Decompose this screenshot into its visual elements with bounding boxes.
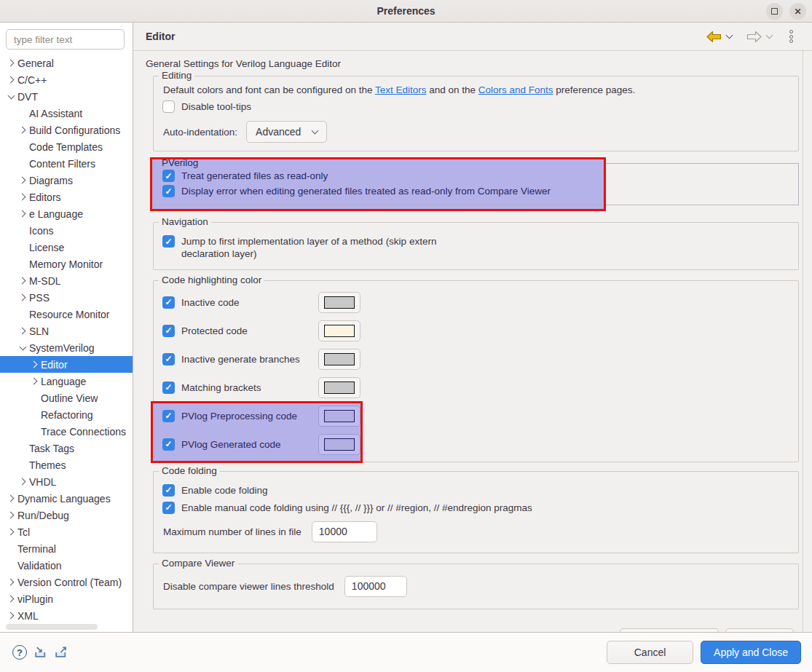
chevron-right-icon[interactable] — [16, 127, 29, 133]
tree-item-validation[interactable]: Validation — [0, 557, 133, 574]
max-lines-input[interactable] — [312, 521, 377, 542]
tree-item-c-c-[interactable]: C/C++ — [0, 71, 133, 88]
tree-item-dvt[interactable]: DVT — [0, 88, 133, 105]
color-swatch-button[interactable] — [318, 349, 360, 370]
checkbox[interactable] — [162, 438, 175, 451]
auto-indentation-dropdown[interactable]: Advanced — [246, 121, 327, 143]
tree-item-editor[interactable]: Editor — [0, 356, 133, 373]
chevron-right-icon[interactable] — [4, 580, 17, 585]
chevron-right-icon[interactable] — [16, 211, 29, 216]
checkbox[interactable] — [162, 185, 175, 197]
tree-item-xml[interactable]: XML — [0, 607, 133, 624]
checkbox[interactable] — [162, 325, 175, 337]
tree-item-systemverilog[interactable]: SystemVerilog — [0, 339, 133, 356]
tree-item-tcl[interactable]: Tcl — [0, 523, 133, 540]
filter-input[interactable] — [6, 29, 125, 50]
tree-item-dynamic-languages[interactable]: Dynamic Languages — [0, 490, 133, 507]
checkbox[interactable] — [162, 502, 175, 514]
tree-item-diagrams[interactable]: Diagrams — [0, 172, 133, 189]
tree-item-themes[interactable]: Themes — [0, 456, 133, 473]
chevron-right-icon[interactable] — [4, 513, 17, 518]
chevron-right-icon[interactable] — [16, 295, 29, 300]
export-preferences-icon[interactable] — [54, 646, 68, 659]
checkbox[interactable] — [162, 484, 175, 497]
chevron-down-icon[interactable] — [4, 95, 17, 98]
apply-and-close-button[interactable]: Apply and Close — [701, 641, 801, 664]
back-history-chevron-icon[interactable] — [726, 31, 733, 39]
tree-item-trace-connections[interactable]: Trace Connections — [0, 423, 133, 440]
view-menu-kebab-icon[interactable] — [787, 28, 796, 44]
tree-item-vhdl[interactable]: VHDL — [0, 473, 133, 490]
help-icon[interactable]: ? — [12, 645, 27, 660]
tree-item-viplugin[interactable]: viPlugin — [0, 590, 133, 607]
tree-item-resource-monitor[interactable]: Resource Monitor — [0, 306, 133, 323]
chevron-right-icon[interactable] — [4, 596, 17, 601]
forward-history-chevron-icon[interactable] — [766, 31, 773, 39]
import-preferences-icon[interactable] — [33, 646, 47, 659]
chevron-right-icon[interactable] — [16, 278, 29, 283]
tree-item-task-tags[interactable]: Task Tags — [0, 440, 133, 456]
tree-item-pss[interactable]: PSS — [0, 289, 133, 306]
chevron-right-icon[interactable] — [16, 178, 29, 183]
tree-item-e-language[interactable]: e Language — [0, 205, 133, 222]
checkbox[interactable] — [162, 382, 175, 394]
text-editors-link[interactable]: Text Editors — [375, 84, 427, 95]
checkbox-row: Enable manual code folding using // {{{,… — [162, 502, 791, 514]
tree-item-refactoring[interactable]: Refactoring — [0, 406, 133, 423]
tree-item-license[interactable]: License — [0, 239, 133, 256]
chevron-right-icon[interactable] — [4, 77, 17, 82]
highlight-row-label: Inactive code — [181, 297, 240, 308]
color-swatch-button[interactable] — [318, 377, 360, 398]
chevron-right-icon[interactable] — [28, 379, 41, 384]
tree-item-icons[interactable]: Icons — [0, 222, 133, 239]
apply-button[interactable]: Apply — [725, 628, 794, 632]
chevron-right-icon[interactable] — [16, 479, 29, 484]
tree-item-terminal[interactable]: Terminal — [0, 540, 133, 557]
sidebar-horizontal-scrollbar[interactable] — [6, 624, 98, 630]
tree-item-version-control-team-[interactable]: Version Control (Team) — [0, 574, 133, 590]
checkbox[interactable] — [162, 170, 175, 182]
tree-item-run-debug[interactable]: Run/Debug — [0, 507, 133, 523]
tree-item-outline-view[interactable]: Outline View — [0, 390, 133, 406]
compare-threshold-input[interactable] — [344, 576, 407, 597]
tree-item-m-sdl[interactable]: M-SDL — [0, 272, 133, 289]
tree-item-editors[interactable]: Editors — [0, 189, 133, 205]
color-swatch-button[interactable] — [318, 320, 360, 341]
tree-item-sln[interactable]: SLN — [0, 323, 133, 339]
tree-item-label: Editor — [41, 359, 68, 371]
close-button[interactable]: ✕ — [789, 3, 806, 20]
checkbox[interactable] — [162, 296, 175, 309]
color-swatch-button[interactable] — [318, 406, 360, 427]
tree-item-language[interactable]: Language — [0, 373, 133, 390]
maximize-icon — [771, 8, 778, 15]
chevron-down-icon[interactable] — [16, 347, 29, 349]
checkbox[interactable] — [162, 410, 175, 422]
checkbox[interactable] — [162, 235, 175, 248]
back-arrow-icon[interactable] — [706, 31, 722, 43]
chevron-right-icon[interactable] — [4, 60, 17, 66]
chevron-right-icon[interactable] — [4, 496, 17, 501]
chevron-right-icon[interactable] — [4, 613, 17, 618]
tree-item-build-configurations[interactable]: Build Configurations — [0, 122, 133, 138]
tree-item-label: Build Configurations — [29, 124, 120, 136]
tree-item-ai-assistant[interactable]: AI Assistant — [0, 105, 133, 122]
tree-item-content-filters[interactable]: Content Filters — [0, 155, 133, 172]
tree-item-label: License — [29, 242, 64, 253]
chevron-right-icon[interactable] — [16, 328, 29, 333]
chevron-right-icon[interactable] — [28, 362, 41, 367]
cancel-button[interactable]: Cancel — [607, 641, 693, 664]
maximize-button[interactable] — [766, 3, 783, 20]
color-swatch-button[interactable] — [318, 292, 360, 313]
tree-item-code-templates[interactable]: Code Templates — [0, 138, 133, 155]
tree-item-memory-monitor[interactable]: Memory Monitor — [0, 256, 133, 272]
checkbox[interactable] — [162, 353, 175, 365]
tree-item-general[interactable]: General — [0, 55, 133, 71]
chevron-right-icon[interactable] — [4, 529, 17, 534]
forward-arrow-icon[interactable] — [746, 31, 762, 43]
tree-item-label: XML — [17, 610, 39, 622]
chevron-right-icon[interactable] — [16, 194, 29, 199]
disable-tooltips-checkbox[interactable] — [162, 100, 175, 113]
restore-defaults-button[interactable]: Restore Defaults — [620, 628, 719, 632]
color-swatch-button[interactable] — [318, 434, 360, 455]
colors-and-fonts-link[interactable]: Colors and Fonts — [478, 84, 553, 95]
